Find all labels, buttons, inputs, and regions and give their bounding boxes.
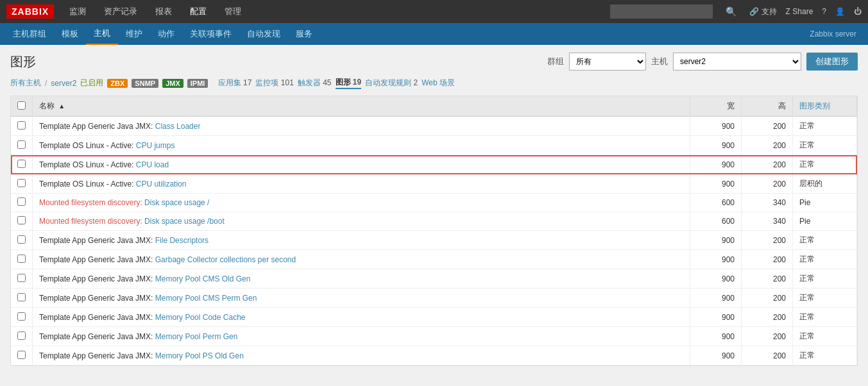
row-link[interactable]: Disk space usage / (144, 198, 209, 207)
row-link[interactable]: Memory Pool CMS Old Gen (155, 274, 251, 283)
row-link[interactable]: File Descriptors (155, 236, 208, 245)
row-checkbox[interactable] (17, 331, 26, 340)
row-checkbox[interactable] (17, 121, 26, 130)
row-link[interactable]: Class Loader (155, 122, 201, 131)
row-type: 正常 (793, 289, 857, 308)
host-filter-select[interactable]: server2 (673, 53, 801, 71)
row-checkbox-cell (11, 346, 33, 365)
row-link[interactable]: Memory Pool Perm Gen (155, 332, 238, 341)
tab-graphs[interactable]: 图形 19 (336, 77, 362, 89)
row-link[interactable]: Disk space usage /boot (144, 217, 225, 226)
table-row: Template OS Linux - Active: CPU load9002… (11, 155, 857, 174)
row-width: 900 (690, 174, 742, 194)
row-name: Template App Generic Java JMX: Garbage C… (33, 250, 690, 269)
table-row: Template App Generic Java JMX: File Desc… (11, 231, 857, 250)
host-link[interactable]: server2 (51, 79, 76, 88)
search-input[interactable] (610, 4, 713, 19)
group-filter-select[interactable]: 所有 (569, 53, 646, 71)
row-width: 900 (690, 136, 742, 155)
row-name: Template App Generic Java JMX: Memory Po… (33, 346, 690, 365)
row-link[interactable]: CPU utilization (136, 180, 187, 189)
row-name: Template App Generic Java JMX: Class Loa… (33, 117, 690, 136)
tab-web-scenarios[interactable]: Web 场景 (421, 78, 455, 88)
row-checkbox-cell (11, 289, 33, 308)
nav-admin[interactable]: 管理 (222, 6, 244, 17)
select-all-checkbox[interactable] (17, 101, 26, 110)
row-checkbox[interactable] (17, 235, 26, 244)
row-checkbox[interactable] (17, 197, 26, 206)
row-height: 200 (742, 136, 793, 155)
row-checkbox[interactable] (17, 274, 26, 282)
row-type: Pie (793, 194, 857, 212)
support-link[interactable]: 🔗 支持 (749, 6, 776, 17)
row-link[interactable]: Garbage Collector collections per second (155, 255, 296, 264)
share-link[interactable]: Z Share (786, 7, 813, 16)
page-title: 图形 (10, 53, 547, 71)
row-type: 层积的 (793, 174, 857, 194)
enabled-label: 已启用 (80, 78, 103, 88)
table-row: Template OS Linux - Active: CPU utilizat… (11, 174, 857, 194)
nav-host-groups[interactable]: 主机群组 (5, 23, 54, 45)
nav-services[interactable]: 服务 (288, 23, 320, 45)
create-graph-button[interactable]: 创建图形 (806, 53, 858, 71)
tab-applications[interactable]: 应用集 17 (218, 78, 252, 88)
nav-maintenance[interactable]: 维护 (118, 23, 150, 45)
nav-corr-events[interactable]: 关联项事件 (182, 23, 239, 45)
help-icon[interactable]: ? (822, 7, 826, 16)
row-prefix: Template OS Linux - Active: (39, 180, 136, 189)
row-checkbox[interactable] (17, 160, 26, 168)
row-height: 200 (742, 289, 793, 308)
table-row: Template App Generic Java JMX: Memory Po… (11, 346, 857, 365)
row-name: Template OS Linux - Active: CPU utilizat… (33, 174, 690, 194)
row-name: Template App Generic Java JMX: Memory Po… (33, 289, 690, 308)
row-width: 900 (690, 308, 742, 327)
row-checkbox[interactable] (17, 140, 26, 149)
table-row: Mounted filesystem discovery: Disk space… (11, 212, 857, 231)
row-prefix: Template App Generic Java JMX: (39, 351, 155, 360)
nav-actions[interactable]: 动作 (150, 23, 182, 45)
power-icon[interactable]: ⏻ (854, 7, 862, 16)
row-prefix: Mounted filesystem discovery: (39, 217, 144, 226)
row-height: 200 (742, 155, 793, 174)
row-name: Template App Generic Java JMX: Memory Po… (33, 308, 690, 327)
row-checkbox[interactable] (17, 179, 26, 187)
tab-triggers[interactable]: 触发器 45 (298, 78, 332, 88)
nav-config[interactable]: 配置 (187, 6, 209, 17)
row-checkbox[interactable] (17, 312, 26, 321)
row-width: 900 (690, 269, 742, 289)
table-row: Mounted filesystem discovery: Disk space… (11, 194, 857, 212)
nav-discovery[interactable]: 自动发现 (239, 23, 288, 45)
table-row: Template App Generic Java JMX: Garbage C… (11, 250, 857, 269)
nav-reports[interactable]: 报表 (153, 6, 174, 17)
row-prefix: Template OS Linux - Active: (39, 160, 136, 169)
row-checkbox-cell (11, 136, 33, 155)
row-link[interactable]: Memory Pool CMS Perm Gen (155, 294, 257, 303)
all-hosts-link[interactable]: 所有主机 (10, 78, 41, 88)
row-checkbox[interactable] (17, 351, 26, 359)
table-header-row: 名称 ▲ 宽 高 图形类别 (11, 96, 857, 117)
nav-templates[interactable]: 模板 (54, 23, 86, 45)
row-type: 正常 (793, 327, 857, 346)
row-checkbox[interactable] (17, 293, 26, 301)
row-link[interactable]: Memory Pool PS Old Gen (155, 351, 244, 360)
server-label: Zabbix server (810, 29, 863, 38)
row-height: 340 (742, 212, 793, 231)
row-width: 900 (690, 250, 742, 269)
row-checkbox[interactable] (17, 216, 26, 224)
badge-zbx: ZBX (107, 79, 128, 88)
search-icon[interactable]: 🔍 (726, 6, 736, 17)
row-link[interactable]: Memory Pool Code Cache (155, 313, 246, 322)
row-checkbox[interactable] (17, 255, 26, 263)
sort-arrow-icon: ▲ (58, 103, 65, 110)
user-icon[interactable]: 👤 (835, 7, 845, 16)
tab-items[interactable]: 监控项 101 (255, 78, 293, 88)
second-navigation: 主机群组 模板 主机 维护 动作 关联项事件 自动发现 服务 Zabbix se… (0, 23, 868, 45)
nav-monitor[interactable]: 监测 (67, 6, 89, 17)
nav-hosts[interactable]: 主机 (86, 23, 118, 45)
row-link[interactable]: CPU load (136, 160, 169, 169)
page-header: 图形 群组 所有 主机 server2 创建图形 (10, 53, 858, 71)
row-link[interactable]: CPU jumps (136, 141, 175, 150)
tab-discovery-rules[interactable]: 自动发现规则 2 (365, 78, 418, 88)
nav-assets[interactable]: 资产记录 (101, 6, 140, 17)
header-name[interactable]: 名称 ▲ (33, 96, 690, 117)
